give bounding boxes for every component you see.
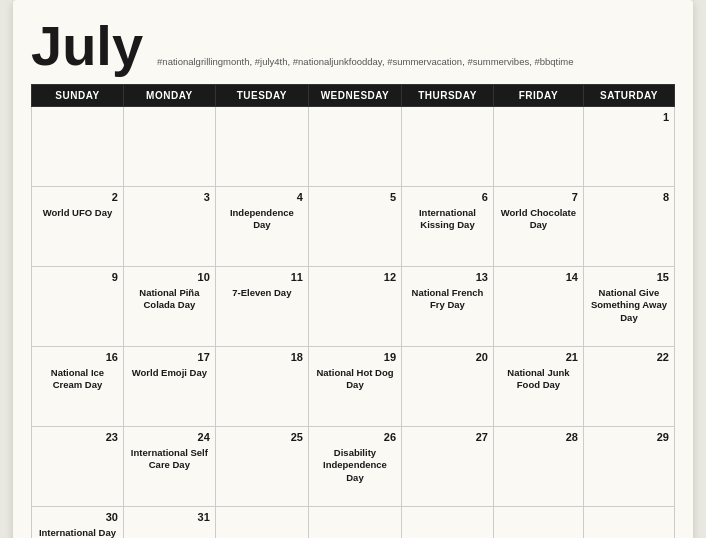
cell-event-text: National French Fry Day [407, 287, 488, 312]
calendar-cell: 10National Piña Colada Day [123, 267, 215, 347]
calendar-cell: 6International Kissing Day [402, 187, 494, 267]
calendar-cell [123, 107, 215, 187]
calendar-cell: 15National Give Something Away Day [583, 267, 674, 347]
week-row-4: 2324International Self Care Day2526Disab… [32, 427, 675, 507]
cell-event-text: International Day of Friendship [37, 527, 118, 538]
calendar-cell: 31 [123, 507, 215, 539]
calendar-cell [402, 507, 494, 539]
calendar-cell: 13National French Fry Day [402, 267, 494, 347]
calendar-grid: SUNDAYMONDAYTUESDAYWEDNESDAYTHURSDAYFRID… [31, 84, 675, 538]
calendar-cell: 22 [583, 347, 674, 427]
calendar-cell: 28 [493, 427, 583, 507]
cell-day-number: 12 [314, 271, 396, 283]
cell-day-number: 5 [314, 191, 396, 203]
calendar-cell: 8 [583, 187, 674, 267]
cell-day-number: 31 [129, 511, 210, 523]
cell-event-text: National Give Something Away Day [589, 287, 669, 324]
calendar-cell: 27 [402, 427, 494, 507]
cell-day-number: 24 [129, 431, 210, 443]
cell-day-number: 26 [314, 431, 396, 443]
cell-day-number: 8 [589, 191, 669, 203]
cell-event-text: National Ice Cream Day [37, 367, 118, 392]
calendar-cell: 7World Chocolate Day [493, 187, 583, 267]
cell-day-number: 25 [221, 431, 303, 443]
day-header-sunday: SUNDAY [32, 85, 124, 107]
calendar-cell: 25 [215, 427, 308, 507]
cell-event-text: International Kissing Day [407, 207, 488, 232]
hashtags: #nationalgrillingmonth, #july4th, #natio… [157, 55, 675, 69]
cell-day-number: 28 [499, 431, 578, 443]
week-row-2: 910National Piña Colada Day117-Eleven Da… [32, 267, 675, 347]
cell-day-number: 2 [37, 191, 118, 203]
cell-day-number: 17 [129, 351, 210, 363]
cell-day-number: 3 [129, 191, 210, 203]
calendar-cell [493, 507, 583, 539]
calendar-cell: 12 [308, 267, 401, 347]
calendar-container: July #nationalgrillingmonth, #july4th, #… [13, 0, 693, 538]
cell-day-number: 22 [589, 351, 669, 363]
cell-day-number: 29 [589, 431, 669, 443]
cell-day-number: 11 [221, 271, 303, 283]
week-row-0: 1 [32, 107, 675, 187]
calendar-cell: 3 [123, 187, 215, 267]
cell-day-number: 9 [37, 271, 118, 283]
calendar-cell [583, 507, 674, 539]
calendar-cell: 14 [493, 267, 583, 347]
calendar-cell: 117-Eleven Day [215, 267, 308, 347]
cell-day-number: 1 [589, 111, 669, 123]
cell-day-number: 21 [499, 351, 578, 363]
cell-event-text: 7-Eleven Day [221, 287, 303, 299]
calendar-cell: 5 [308, 187, 401, 267]
calendar-cell [32, 107, 124, 187]
cell-day-number: 4 [221, 191, 303, 203]
calendar-cell: 9 [32, 267, 124, 347]
days-header-row: SUNDAYMONDAYTUESDAYWEDNESDAYTHURSDAYFRID… [32, 85, 675, 107]
calendar-cell [493, 107, 583, 187]
day-header-tuesday: TUESDAY [215, 85, 308, 107]
cell-day-number: 15 [589, 271, 669, 283]
calendar-cell: 19National Hot Dog Day [308, 347, 401, 427]
calendar-cell: 17World Emoji Day [123, 347, 215, 427]
cell-event-text: World Chocolate Day [499, 207, 578, 232]
cell-day-number: 20 [407, 351, 488, 363]
calendar-cell [215, 507, 308, 539]
cell-day-number: 27 [407, 431, 488, 443]
cell-event-text: National Hot Dog Day [314, 367, 396, 392]
cell-event-text: Independence Day [221, 207, 303, 232]
calendar-cell: 20 [402, 347, 494, 427]
calendar-cell [308, 107, 401, 187]
calendar-cell: 26Disability Independence Day [308, 427, 401, 507]
week-row-5: 30International Day of Friendship31 [32, 507, 675, 539]
calendar-cell: 18 [215, 347, 308, 427]
calendar-cell [402, 107, 494, 187]
day-header-thursday: THURSDAY [402, 85, 494, 107]
calendar-cell: 4Independence Day [215, 187, 308, 267]
cell-day-number: 13 [407, 271, 488, 283]
week-row-1: 2World UFO Day34Independence Day56Intern… [32, 187, 675, 267]
day-header-friday: FRIDAY [493, 85, 583, 107]
calendar-cell: 23 [32, 427, 124, 507]
cell-day-number: 19 [314, 351, 396, 363]
cell-day-number: 23 [37, 431, 118, 443]
cell-event-text: National Junk Food Day [499, 367, 578, 392]
cell-event-text: World Emoji Day [129, 367, 210, 379]
calendar-cell: 2World UFO Day [32, 187, 124, 267]
calendar-cell: 21National Junk Food Day [493, 347, 583, 427]
week-row-3: 16National Ice Cream Day17World Emoji Da… [32, 347, 675, 427]
calendar-cell: 29 [583, 427, 674, 507]
calendar-cell [215, 107, 308, 187]
cell-day-number: 16 [37, 351, 118, 363]
cell-day-number: 30 [37, 511, 118, 523]
cell-day-number: 14 [499, 271, 578, 283]
cell-event-text: National Piña Colada Day [129, 287, 210, 312]
cell-event-text: World UFO Day [37, 207, 118, 219]
day-header-monday: MONDAY [123, 85, 215, 107]
calendar-cell: 30International Day of Friendship [32, 507, 124, 539]
cell-day-number: 18 [221, 351, 303, 363]
cell-day-number: 6 [407, 191, 488, 203]
cell-event-text: International Self Care Day [129, 447, 210, 472]
calendar-cell [308, 507, 401, 539]
day-header-wednesday: WEDNESDAY [308, 85, 401, 107]
cell-day-number: 10 [129, 271, 210, 283]
cell-event-text: Disability Independence Day [314, 447, 396, 484]
